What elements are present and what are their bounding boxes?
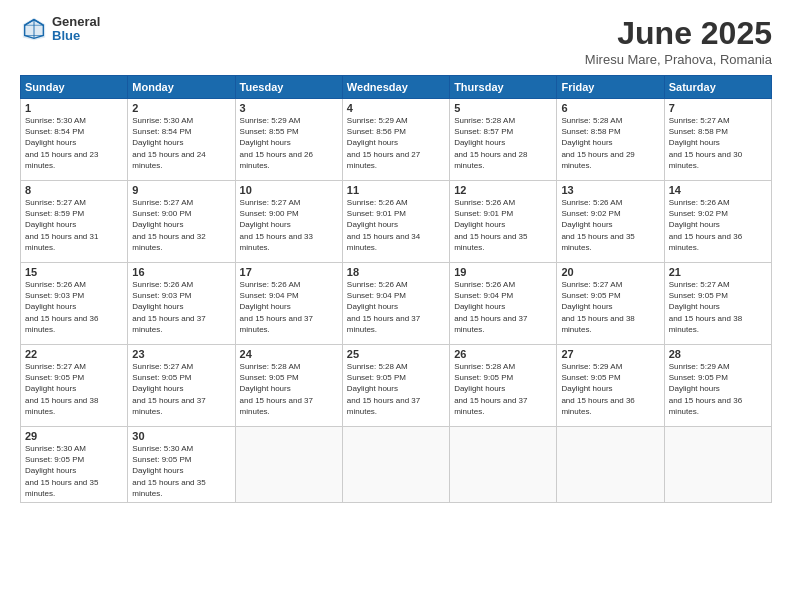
col-tuesday: Tuesday [235, 76, 342, 99]
calendar-cell: 15Sunrise: 5:26 AMSunset: 9:03 PMDayligh… [21, 263, 128, 345]
day-number: 13 [561, 184, 659, 196]
calendar-cell: 21Sunrise: 5:27 AMSunset: 9:05 PMDayligh… [664, 263, 771, 345]
day-number: 7 [669, 102, 767, 114]
day-number: 12 [454, 184, 552, 196]
title-section: June 2025 Miresu Mare, Prahova, Romania [585, 15, 772, 67]
calendar-table: Sunday Monday Tuesday Wednesday Thursday… [20, 75, 772, 503]
logo-text: General Blue [52, 15, 100, 44]
calendar-cell: 3Sunrise: 5:29 AMSunset: 8:55 PMDaylight… [235, 99, 342, 181]
day-info: Sunrise: 5:26 AMSunset: 9:03 PMDaylight … [132, 279, 230, 335]
day-info: Sunrise: 5:27 AMSunset: 9:05 PMDaylight … [25, 361, 123, 417]
col-thursday: Thursday [450, 76, 557, 99]
day-info: Sunrise: 5:29 AMSunset: 9:05 PMDaylight … [561, 361, 659, 417]
logo-icon [20, 15, 48, 43]
calendar-cell [342, 427, 449, 503]
calendar-cell [235, 427, 342, 503]
calendar-cell: 29Sunrise: 5:30 AMSunset: 9:05 PMDayligh… [21, 427, 128, 503]
col-sunday: Sunday [21, 76, 128, 99]
day-number: 8 [25, 184, 123, 196]
day-number: 25 [347, 348, 445, 360]
day-number: 30 [132, 430, 230, 442]
day-number: 26 [454, 348, 552, 360]
calendar-cell: 16Sunrise: 5:26 AMSunset: 9:03 PMDayligh… [128, 263, 235, 345]
calendar-cell: 8Sunrise: 5:27 AMSunset: 8:59 PMDaylight… [21, 181, 128, 263]
day-info: Sunrise: 5:27 AMSunset: 9:05 PMDaylight … [561, 279, 659, 335]
col-wednesday: Wednesday [342, 76, 449, 99]
day-number: 2 [132, 102, 230, 114]
day-number: 23 [132, 348, 230, 360]
day-number: 15 [25, 266, 123, 278]
calendar-cell: 30Sunrise: 5:30 AMSunset: 9:05 PMDayligh… [128, 427, 235, 503]
day-number: 17 [240, 266, 338, 278]
day-number: 21 [669, 266, 767, 278]
calendar-cell: 22Sunrise: 5:27 AMSunset: 9:05 PMDayligh… [21, 345, 128, 427]
calendar-week-5: 29Sunrise: 5:30 AMSunset: 9:05 PMDayligh… [21, 427, 772, 503]
day-info: Sunrise: 5:26 AMSunset: 9:01 PMDaylight … [347, 197, 445, 253]
day-info: Sunrise: 5:27 AMSunset: 9:05 PMDaylight … [669, 279, 767, 335]
calendar-cell: 1Sunrise: 5:30 AMSunset: 8:54 PMDaylight… [21, 99, 128, 181]
calendar-cell: 14Sunrise: 5:26 AMSunset: 9:02 PMDayligh… [664, 181, 771, 263]
day-number: 14 [669, 184, 767, 196]
day-info: Sunrise: 5:30 AMSunset: 8:54 PMDaylight … [132, 115, 230, 171]
day-info: Sunrise: 5:27 AMSunset: 9:00 PMDaylight … [240, 197, 338, 253]
day-number: 11 [347, 184, 445, 196]
day-info: Sunrise: 5:30 AMSunset: 9:05 PMDaylight … [132, 443, 230, 499]
day-info: Sunrise: 5:29 AMSunset: 9:05 PMDaylight … [669, 361, 767, 417]
calendar-cell: 4Sunrise: 5:29 AMSunset: 8:56 PMDaylight… [342, 99, 449, 181]
calendar-cell: 13Sunrise: 5:26 AMSunset: 9:02 PMDayligh… [557, 181, 664, 263]
day-info: Sunrise: 5:28 AMSunset: 8:57 PMDaylight … [454, 115, 552, 171]
calendar-cell: 18Sunrise: 5:26 AMSunset: 9:04 PMDayligh… [342, 263, 449, 345]
col-monday: Monday [128, 76, 235, 99]
day-number: 18 [347, 266, 445, 278]
day-number: 9 [132, 184, 230, 196]
calendar-cell: 20Sunrise: 5:27 AMSunset: 9:05 PMDayligh… [557, 263, 664, 345]
day-info: Sunrise: 5:29 AMSunset: 8:56 PMDaylight … [347, 115, 445, 171]
day-number: 20 [561, 266, 659, 278]
day-info: Sunrise: 5:28 AMSunset: 8:58 PMDaylight … [561, 115, 659, 171]
calendar-cell: 27Sunrise: 5:29 AMSunset: 9:05 PMDayligh… [557, 345, 664, 427]
day-number: 22 [25, 348, 123, 360]
day-number: 5 [454, 102, 552, 114]
calendar-cell [450, 427, 557, 503]
calendar-page: General Blue June 2025 Miresu Mare, Prah… [0, 0, 792, 612]
day-info: Sunrise: 5:27 AMSunset: 8:59 PMDaylight … [25, 197, 123, 253]
day-info: Sunrise: 5:27 AMSunset: 9:05 PMDaylight … [132, 361, 230, 417]
day-number: 1 [25, 102, 123, 114]
calendar-week-4: 22Sunrise: 5:27 AMSunset: 9:05 PMDayligh… [21, 345, 772, 427]
calendar-week-1: 1Sunrise: 5:30 AMSunset: 8:54 PMDaylight… [21, 99, 772, 181]
day-info: Sunrise: 5:26 AMSunset: 9:01 PMDaylight … [454, 197, 552, 253]
header: General Blue June 2025 Miresu Mare, Prah… [20, 15, 772, 67]
calendar-title: June 2025 [585, 15, 772, 52]
day-number: 10 [240, 184, 338, 196]
calendar-cell [664, 427, 771, 503]
calendar-cell: 2Sunrise: 5:30 AMSunset: 8:54 PMDaylight… [128, 99, 235, 181]
calendar-cell: 19Sunrise: 5:26 AMSunset: 9:04 PMDayligh… [450, 263, 557, 345]
calendar-cell: 11Sunrise: 5:26 AMSunset: 9:01 PMDayligh… [342, 181, 449, 263]
calendar-week-2: 8Sunrise: 5:27 AMSunset: 8:59 PMDaylight… [21, 181, 772, 263]
day-info: Sunrise: 5:26 AMSunset: 9:03 PMDaylight … [25, 279, 123, 335]
calendar-cell: 17Sunrise: 5:26 AMSunset: 9:04 PMDayligh… [235, 263, 342, 345]
day-info: Sunrise: 5:29 AMSunset: 8:55 PMDaylight … [240, 115, 338, 171]
day-number: 29 [25, 430, 123, 442]
logo-blue: Blue [52, 29, 100, 43]
logo: General Blue [20, 15, 100, 44]
calendar-cell: 10Sunrise: 5:27 AMSunset: 9:00 PMDayligh… [235, 181, 342, 263]
day-number: 28 [669, 348, 767, 360]
day-info: Sunrise: 5:27 AMSunset: 9:00 PMDaylight … [132, 197, 230, 253]
calendar-cell: 25Sunrise: 5:28 AMSunset: 9:05 PMDayligh… [342, 345, 449, 427]
day-info: Sunrise: 5:28 AMSunset: 9:05 PMDaylight … [347, 361, 445, 417]
day-number: 27 [561, 348, 659, 360]
day-info: Sunrise: 5:26 AMSunset: 9:02 PMDaylight … [669, 197, 767, 253]
day-info: Sunrise: 5:30 AMSunset: 8:54 PMDaylight … [25, 115, 123, 171]
day-info: Sunrise: 5:26 AMSunset: 9:02 PMDaylight … [561, 197, 659, 253]
day-info: Sunrise: 5:27 AMSunset: 8:58 PMDaylight … [669, 115, 767, 171]
calendar-cell: 9Sunrise: 5:27 AMSunset: 9:00 PMDaylight… [128, 181, 235, 263]
calendar-header-row: Sunday Monday Tuesday Wednesday Thursday… [21, 76, 772, 99]
day-info: Sunrise: 5:26 AMSunset: 9:04 PMDaylight … [454, 279, 552, 335]
day-number: 19 [454, 266, 552, 278]
calendar-cell: 5Sunrise: 5:28 AMSunset: 8:57 PMDaylight… [450, 99, 557, 181]
calendar-cell: 6Sunrise: 5:28 AMSunset: 8:58 PMDaylight… [557, 99, 664, 181]
logo-general: General [52, 15, 100, 29]
calendar-cell [557, 427, 664, 503]
day-info: Sunrise: 5:30 AMSunset: 9:05 PMDaylight … [25, 443, 123, 499]
